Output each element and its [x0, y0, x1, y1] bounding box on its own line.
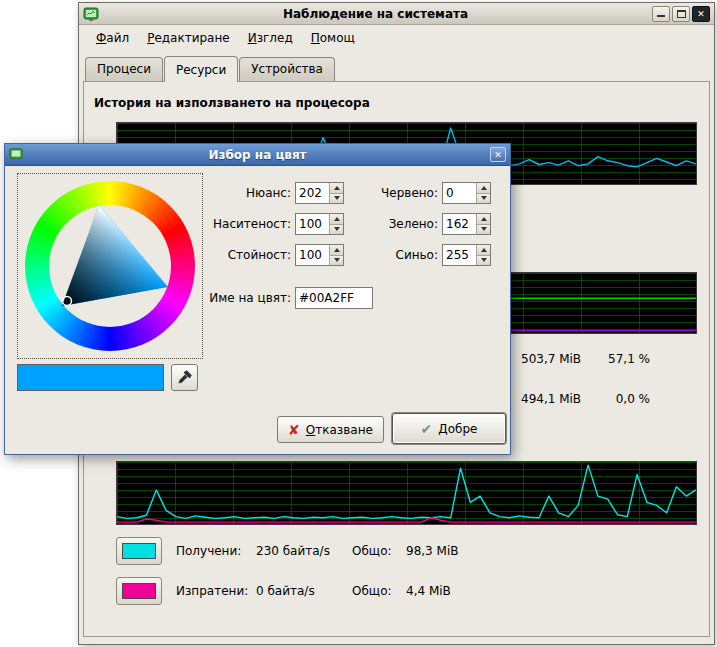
menubar: Файл Редактиране Изглед Помощ	[79, 25, 714, 51]
received-color-swatch	[122, 543, 156, 559]
spin-down-icon	[481, 258, 487, 262]
saturation-spinbox	[295, 213, 344, 235]
eyedropper-button[interactable]	[171, 364, 198, 391]
spin-down-icon	[334, 196, 340, 200]
spin-down-icon	[481, 196, 487, 200]
received-total: 98,3 MiB	[406, 544, 458, 558]
saturation-value-triangle[interactable]	[25, 181, 195, 351]
value-spinbox	[295, 244, 344, 266]
spin-up-icon	[481, 186, 487, 190]
close-button[interactable]: ✕	[692, 6, 710, 22]
cancel-icon: ✘	[288, 423, 300, 437]
blue-input[interactable]	[443, 245, 476, 265]
sent-color-swatch	[122, 583, 156, 599]
memory-amount: 503,7 MiB	[521, 352, 581, 366]
dialog-icon	[9, 147, 25, 163]
tab-resources[interactable]: Ресурси	[164, 56, 238, 82]
spin-up-icon	[481, 248, 487, 252]
tab-processes[interactable]: Процеси	[85, 57, 163, 81]
sent-total: 4,4 MiB	[406, 584, 451, 598]
blue-label: Синьо:	[355, 244, 438, 266]
menu-edit[interactable]: Редактиране	[138, 27, 239, 49]
received-color-button[interactable]	[116, 537, 162, 565]
ok-label: Добре	[438, 422, 477, 436]
sent-color-button[interactable]	[116, 577, 162, 605]
spin-down-icon	[481, 227, 487, 231]
cancel-label: Отказване	[306, 423, 373, 437]
dialog-title: Избор на цвят	[27, 148, 488, 162]
blue-spinbox	[442, 244, 491, 266]
app-icon	[83, 6, 99, 22]
color-preview	[17, 364, 164, 391]
green-spinbox	[442, 213, 491, 235]
minimize-icon	[657, 10, 665, 17]
hue-ring[interactable]	[25, 181, 195, 351]
spin-up-icon	[334, 186, 340, 190]
spin-up-icon	[334, 217, 340, 221]
net-received-row: Получени: 230 байта/s Общо: 98,3 MiB	[116, 536, 458, 565]
memory-percent: 57,1 %	[584, 352, 650, 366]
value-steppers[interactable]	[329, 245, 343, 265]
menu-view[interactable]: Изглед	[239, 27, 302, 49]
spin-up-icon	[481, 217, 487, 221]
hue-steppers[interactable]	[329, 183, 343, 203]
maximize-icon	[677, 10, 686, 18]
cancel-button[interactable]: ✘ Отказване	[277, 416, 384, 443]
swap-amount: 494,1 MiB	[521, 392, 581, 406]
minimize-button[interactable]	[652, 6, 670, 22]
hue-spinbox	[295, 182, 344, 204]
sent-rate: 0 байта/s	[256, 584, 352, 598]
cpu-history-heading: История на използването на процесора	[94, 96, 370, 110]
sent-label: Изпратени:	[176, 584, 256, 598]
value-label: Стойност:	[175, 244, 291, 266]
green-input[interactable]	[443, 214, 476, 234]
dialog-close-button[interactable]: ✕	[490, 147, 506, 162]
color-name-input[interactable]	[295, 287, 373, 309]
net-sent-row: Изпратени: 0 байта/s Общо: 4,4 MiB	[116, 576, 451, 605]
menu-file[interactable]: Файл	[87, 27, 138, 49]
dialog-titlebar: Избор на цвят ✕	[5, 144, 510, 166]
hue-input[interactable]	[296, 183, 329, 203]
red-steppers[interactable]	[476, 183, 490, 203]
received-total-label: Общо:	[352, 544, 406, 558]
received-label: Получени:	[176, 544, 256, 558]
window-title: Наблюдение на системата	[101, 7, 650, 21]
spin-down-icon	[334, 227, 340, 231]
eyedropper-icon	[177, 370, 192, 385]
main-titlebar: Наблюдение на системата ✕	[79, 3, 714, 25]
close-icon: ✕	[697, 9, 705, 19]
red-input[interactable]	[443, 183, 476, 203]
saturation-steppers[interactable]	[329, 214, 343, 234]
hue-label: Нюанс:	[175, 182, 291, 204]
maximize-button[interactable]	[672, 6, 690, 22]
spin-up-icon	[334, 248, 340, 252]
sent-total-label: Общо:	[352, 584, 406, 598]
received-rate: 230 байта/s	[256, 544, 352, 558]
dialog-close-icon: ✕	[494, 150, 502, 160]
swap-percent: 0,0 %	[584, 392, 650, 406]
color-picker-dialog: Избор на цвят ✕ Нюанс:	[4, 143, 511, 455]
ok-button[interactable]: ✔ Добре	[392, 413, 506, 444]
value-input[interactable]	[296, 245, 329, 265]
red-label: Червено:	[355, 182, 438, 204]
blue-steppers[interactable]	[476, 245, 490, 265]
green-label: Зелено:	[355, 213, 438, 235]
green-steppers[interactable]	[476, 214, 490, 234]
notebook-tabs: Процеси Ресурси Устройства	[85, 55, 708, 81]
ok-icon: ✔	[421, 422, 433, 436]
menu-help[interactable]: Помощ	[302, 27, 364, 49]
tab-devices[interactable]: Устройства	[239, 57, 335, 81]
spin-down-icon	[334, 258, 340, 262]
color-name-label: Име на цвят:	[175, 287, 291, 309]
network-history-chart	[116, 461, 697, 525]
saturation-label: Наситеност:	[175, 213, 291, 235]
red-spinbox	[442, 182, 491, 204]
saturation-input[interactable]	[296, 214, 329, 234]
